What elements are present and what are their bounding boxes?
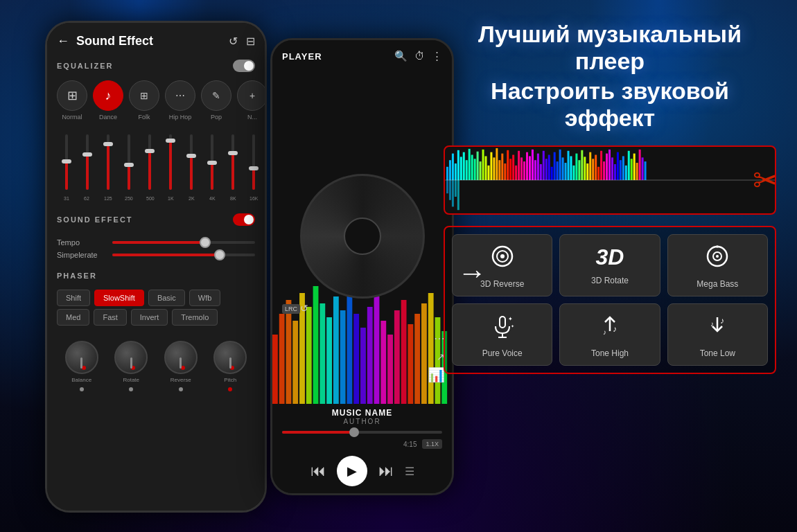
save-icon[interactable]: ⊟: [246, 35, 255, 48]
preset-pop-circle: ✎: [201, 80, 231, 111]
play-button[interactable]: ▶: [337, 456, 367, 486]
svg-rect-68: [452, 154, 454, 180]
svg-rect-74: [468, 149, 471, 180]
prev-button[interactable]: ⏮: [310, 462, 326, 480]
svg-text:♪: ♪: [613, 324, 617, 334]
svg-rect-81: [487, 166, 489, 180]
preset-normal[interactable]: ⊞ Normal: [57, 80, 87, 121]
svg-rect-47: [319, 303, 325, 404]
mode-icon[interactable]: ↺: [300, 303, 308, 314]
preset-normal-label: Normal: [62, 114, 82, 121]
svg-rect-5: [82, 152, 92, 157]
preset-dance-label: Dance: [99, 114, 117, 121]
arrow-indicator: →: [457, 256, 487, 290]
phaser-label: PHASER: [57, 272, 97, 280]
preset-pop[interactable]: ✎ Pop: [201, 80, 231, 121]
svg-rect-63: [428, 293, 434, 404]
reverse-knob[interactable]: [164, 341, 198, 374]
svg-rect-141: [452, 180, 454, 206]
svg-text:✦: ✦: [508, 316, 513, 322]
playlist-button[interactable]: ☰: [405, 465, 414, 478]
phaser-fast[interactable]: Fast: [94, 309, 126, 326]
balance-knob[interactable]: [65, 341, 98, 374]
simpelerate-slider[interactable]: [112, 254, 255, 256]
effect-tone-low[interactable]: ♪ ♪ Tone Low: [667, 303, 768, 366]
svg-rect-70: [457, 150, 459, 180]
svg-rect-20: [186, 154, 196, 158]
lrc-badge[interactable]: LRC: [282, 304, 300, 314]
preset-more[interactable]: + N...: [237, 80, 265, 121]
svg-rect-110: [568, 151, 570, 180]
sound-effect-toggle[interactable]: [233, 213, 255, 226]
vinyl-disc: [300, 174, 425, 299]
knobs-row: Balance Rotate Reverse: [47, 334, 265, 396]
svg-text:16K: 16K: [249, 196, 259, 201]
preset-hiphop-label: Hip Hop: [169, 114, 192, 121]
svg-rect-43: [292, 321, 298, 404]
reverse-label: Reverse: [170, 377, 191, 383]
russian-headline: Лучший музыкальный плеер Настроить звуко…: [444, 21, 776, 132]
effect-mega-bass[interactable]: Mega Bass: [667, 234, 768, 296]
phaser-invert[interactable]: Invert: [131, 309, 168, 326]
track-name: MUSIC NAME: [282, 408, 442, 418]
tempo-row: Tempo: [57, 238, 255, 247]
timer-icon[interactable]: ⏱: [414, 50, 425, 62]
svg-rect-104: [551, 167, 553, 180]
svg-rect-22: [211, 163, 213, 190]
svg-rect-11: [124, 163, 134, 167]
svg-rect-129: [620, 160, 622, 180]
search-icon[interactable]: 🔍: [394, 50, 408, 62]
back-button[interactable]: ←: [57, 34, 69, 48]
phaser-slowshift[interactable]: SlowShift: [94, 290, 144, 306]
phaser-wfb[interactable]: Wfb: [189, 290, 221, 306]
svg-text:1K: 1K: [168, 196, 174, 201]
waveform-svg: [445, 147, 775, 213]
next-button[interactable]: ⏭: [378, 462, 394, 480]
track-author: AUTHOR: [282, 418, 442, 425]
svg-rect-14: [145, 149, 155, 153]
effect-pure-voice[interactable]: ✦ ✦ Pure Voice: [452, 303, 552, 366]
svg-rect-60: [408, 324, 413, 404]
svg-rect-143: [457, 180, 459, 210]
speed-badge[interactable]: 1.1X: [422, 439, 442, 449]
sound-effect-header: SOUND EFFECT: [47, 209, 265, 230]
headline-line2: Настроить звуковой эффект: [444, 78, 776, 132]
svg-rect-82: [490, 152, 492, 180]
phaser-buttons-row1: Shift SlowShift Basic Wfb: [57, 290, 255, 306]
pure-voice-label: Pure Voice: [482, 348, 523, 358]
phaser-basic[interactable]: Basic: [148, 290, 185, 306]
svg-rect-16: [169, 141, 172, 190]
svg-rect-84: [496, 148, 498, 180]
svg-text:8K: 8K: [230, 196, 236, 201]
equalizer-toggle[interactable]: [233, 60, 255, 72]
rotate-knob[interactable]: [114, 341, 148, 374]
effect-tone-high[interactable]: ♪ ♪ Tone High: [559, 303, 660, 366]
more-icon[interactable]: ⋮: [432, 50, 442, 62]
progress-bar[interactable]: [282, 431, 442, 434]
3d-reverse-icon: [489, 245, 516, 274]
tempo-slider[interactable]: [112, 241, 255, 244]
refresh-icon[interactable]: ↺: [229, 35, 238, 48]
svg-rect-75: [471, 155, 473, 180]
phaser-shift[interactable]: Shift: [57, 290, 90, 306]
svg-rect-126: [611, 157, 613, 180]
svg-rect-140: [449, 180, 451, 200]
svg-rect-41: [279, 314, 285, 404]
player-controls: MUSIC NAME AUTHOR 4:15 1.1X ⏮ ▶ ⏭ ☰: [272, 404, 452, 493]
preset-dance-circle: ♪: [93, 80, 123, 111]
tone-low-label: Tone Low: [700, 348, 735, 358]
page-title: Sound Effect: [76, 34, 229, 48]
visualizer-icon[interactable]: 📊: [428, 366, 445, 383]
knob-rotate: Rotate: [114, 341, 148, 391]
effect-3d-rotate[interactable]: 3D 3D Rotate: [559, 234, 660, 296]
phaser-tremolo[interactable]: Tremolo: [172, 309, 218, 326]
preset-dance[interactable]: ♪ Dance: [93, 80, 123, 121]
preset-folk[interactable]: ⊞ Folk: [129, 80, 159, 121]
preset-more-label: N...: [247, 114, 257, 121]
preset-pop-label: Pop: [211, 114, 222, 121]
svg-rect-115: [581, 150, 583, 180]
preset-hiphop[interactable]: ⋯ Hip Hop: [165, 80, 195, 121]
phaser-med[interactable]: Med: [57, 309, 89, 326]
pitch-knob[interactable]: [213, 341, 247, 374]
preset-hiphop-circle: ⋯: [165, 80, 195, 111]
